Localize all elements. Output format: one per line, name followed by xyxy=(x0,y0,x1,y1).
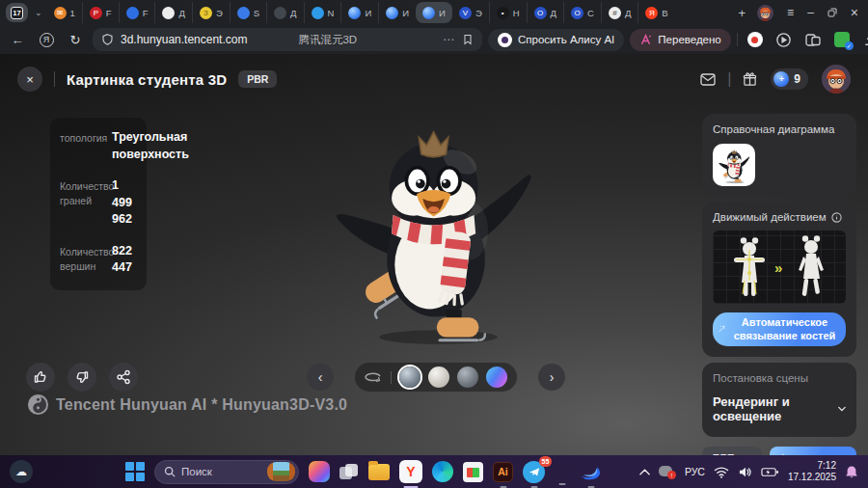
start-button[interactable] xyxy=(125,458,145,485)
reference-thumbnail[interactable] xyxy=(713,144,755,186)
browser-tab-o-blue-tab[interactable]: O С xyxy=(563,2,601,23)
format-select[interactable]: ГЛБ xyxy=(702,447,762,455)
browser-tab-black-dot-tab[interactable]: • Н xyxy=(489,2,527,23)
browser-tab-mail-tab[interactable]: ✉ 1 xyxy=(47,2,82,23)
task-view-icon[interactable] xyxy=(339,458,359,485)
hunyuan-logo-icon xyxy=(27,393,49,416)
tab-favicon: ✉ xyxy=(54,7,67,19)
illustrator-icon[interactable]: Ai xyxy=(493,458,513,485)
tab-title: Д xyxy=(625,8,631,18)
browser-tab-coin-tab[interactable]: З Э xyxy=(192,2,230,23)
pbr-badge: PBR xyxy=(238,70,277,88)
gift-icon[interactable] xyxy=(743,72,757,87)
material-sphere-matte-material[interactable] xyxy=(428,366,449,388)
material-sphere-textured-material[interactable] xyxy=(399,366,420,388)
blue-swoosh-app-icon[interactable] xyxy=(580,458,602,485)
side-panels-icon[interactable] xyxy=(801,28,825,51)
tab-favicon: O xyxy=(571,7,583,19)
auto-rig-button[interactable]: Автоматическое связывание костей xyxy=(713,312,846,346)
like-button[interactable] xyxy=(26,363,55,392)
back-icon[interactable]: ← xyxy=(6,28,29,51)
taskbar-search[interactable]: Поиск xyxy=(154,460,299,484)
tab-counter[interactable]: 17 xyxy=(6,3,28,22)
browser-tab-blue-app-tab[interactable]: F xyxy=(119,2,155,23)
info-icon[interactable] xyxy=(831,212,842,223)
material-sphere-stone-material[interactable] xyxy=(457,366,478,388)
browser-tab-chat-tab[interactable]: N xyxy=(304,2,341,23)
close-window-icon[interactable]: × xyxy=(851,6,858,19)
menu-icon[interactable]: ≡ xyxy=(787,7,794,18)
weather-widget-icon[interactable]: ☁ xyxy=(10,460,33,483)
browser-tab-v-service-tab[interactable]: V Э xyxy=(452,2,489,23)
browser-tab-dark-app-tab[interactable]: Д xyxy=(266,2,303,23)
notification-bell-icon[interactable] xyxy=(845,465,858,479)
shield-icon xyxy=(101,33,114,46)
microsoft-store-icon[interactable] xyxy=(463,458,483,485)
telegram-icon[interactable]: 55 xyxy=(523,458,545,485)
url-more-icon[interactable]: ⋯ xyxy=(443,33,455,46)
new-tab-button[interactable]: + xyxy=(731,6,754,20)
video-tutorial-icon[interactable] xyxy=(773,28,796,51)
downloads-icon[interactable]: 5 xyxy=(859,28,868,51)
scene-select[interactable]: Рендеринг и освещение xyxy=(713,394,846,423)
browser-tabbar: 17 ⌄ ✉ 1 P F F Д З Э S Д N И И xyxy=(0,0,868,25)
browser-tab-yandex-tab[interactable]: Я В xyxy=(637,2,674,23)
tab-list-chevron-icon[interactable]: ⌄ xyxy=(30,8,47,17)
tab-favicon xyxy=(274,7,286,19)
yandex-home-icon[interactable]: Я xyxy=(35,28,58,51)
file-explorer-icon[interactable] xyxy=(368,458,390,485)
wifi-icon[interactable] xyxy=(714,466,729,478)
mail-icon[interactable] xyxy=(700,73,716,86)
credits-pill[interactable]: + 9 xyxy=(771,68,808,90)
material-sphere-normal-material[interactable] xyxy=(486,366,507,388)
prev-model-button[interactable]: ‹ xyxy=(307,364,334,391)
browser-tab-hunyuan-tab-active[interactable]: И xyxy=(416,2,452,23)
tray-expand-icon[interactable] xyxy=(639,469,650,475)
reload-icon[interactable]: ↻ xyxy=(64,28,87,51)
translated-button[interactable]: Переведено xyxy=(630,29,730,51)
minimize-icon[interactable]: – xyxy=(807,7,814,18)
volume-icon[interactable] xyxy=(738,466,752,478)
tab-favicon: V xyxy=(459,7,472,19)
url-field[interactable]: 3d.hunyuan.tencent.com 腾讯混元3D ⋯ xyxy=(93,28,482,51)
telegram-badge: 55 xyxy=(539,456,552,467)
browser-tab-hunyuan-tab[interactable]: И xyxy=(340,2,378,23)
ask-alice-button[interactable]: Спросить Алису AI xyxy=(488,29,624,51)
background-app-icon[interactable] xyxy=(555,461,570,482)
tab-title: С xyxy=(587,8,594,18)
tab-favicon xyxy=(237,7,250,19)
browser-tab-grid-tab[interactable]: # Д xyxy=(601,2,637,23)
stat-row: Количество граней 1 499 962 xyxy=(60,177,137,229)
next-model-button[interactable]: › xyxy=(538,364,565,391)
browser-tab-pinterest-tab[interactable]: P F xyxy=(82,2,119,23)
tray-alert-icon[interactable]: ! xyxy=(659,464,676,479)
record-icon[interactable] xyxy=(744,28,767,51)
window-controls: ≡ – × xyxy=(757,5,862,21)
profile-avatar[interactable] xyxy=(757,5,773,21)
battery-icon[interactable] xyxy=(761,467,779,477)
account-avatar[interactable] xyxy=(822,65,851,94)
rotate-icon[interactable] xyxy=(365,370,383,384)
tab-favicon xyxy=(312,7,324,19)
taskbar-clock[interactable]: 7:12 17.12.2025 xyxy=(788,460,836,484)
edge-icon[interactable] xyxy=(432,458,453,485)
tab-favicon xyxy=(386,7,398,19)
browser-tab-feather-tab[interactable]: S xyxy=(230,2,266,23)
download-button[interactable]: загружать xyxy=(770,447,856,455)
copilot-icon[interactable] xyxy=(309,458,330,485)
language-indicator[interactable]: РУС xyxy=(685,466,705,477)
share-button[interactable] xyxy=(109,363,138,392)
browser-tab-hunyuan-tab[interactable]: И xyxy=(378,2,416,23)
search-highlight-image[interactable] xyxy=(267,462,295,481)
tab-title: Д xyxy=(178,8,184,18)
browser-tab-white-doc-tab[interactable]: Д xyxy=(154,2,191,23)
penguin-3d-model[interactable] xyxy=(311,106,554,347)
yandex-browser-icon[interactable]: Y xyxy=(399,458,422,485)
extension-icon[interactable]: ✓ xyxy=(830,28,854,51)
dislike-button[interactable] xyxy=(68,363,96,392)
search-icon xyxy=(164,466,176,477)
browser-tab-o-blue-tab[interactable]: O Д xyxy=(527,2,563,23)
restore-icon[interactable] xyxy=(827,8,837,17)
bookmark-icon[interactable] xyxy=(462,33,474,46)
close-viewer-button[interactable]: × xyxy=(17,67,42,92)
